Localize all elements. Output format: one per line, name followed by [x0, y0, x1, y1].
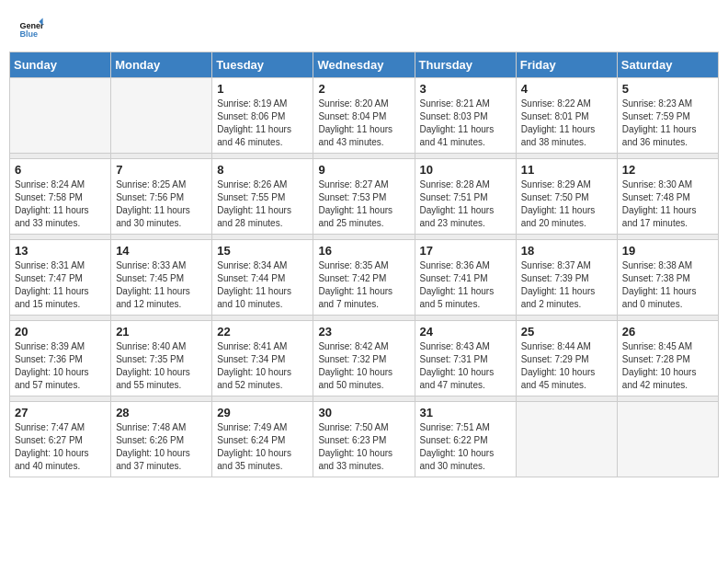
calendar-cell: [516, 402, 617, 477]
weekday-header: Saturday: [617, 52, 718, 78]
weekday-header: Wednesday: [313, 52, 415, 78]
day-number: 20: [15, 325, 106, 339]
calendar-week-row: 1Sunrise: 8:19 AMSunset: 8:06 PMDaylight…: [10, 78, 719, 154]
calendar-cell: 17Sunrise: 8:36 AMSunset: 7:41 PMDayligh…: [415, 240, 516, 316]
day-info: Sunrise: 8:38 AMSunset: 7:38 PMDaylight:…: [622, 259, 713, 311]
calendar-week-row: 6Sunrise: 8:24 AMSunset: 7:58 PMDaylight…: [10, 159, 719, 235]
day-info: Sunrise: 8:31 AMSunset: 7:47 PMDaylight:…: [15, 259, 106, 311]
calendar-cell: [111, 78, 212, 154]
day-number: 5: [622, 82, 713, 96]
day-number: 31: [420, 406, 511, 419]
calendar-cell: 27Sunrise: 7:47 AMSunset: 6:27 PMDayligh…: [10, 402, 111, 477]
day-info: Sunrise: 8:20 AMSunset: 8:04 PMDaylight:…: [318, 98, 409, 149]
calendar-cell: 10Sunrise: 8:28 AMSunset: 7:51 PMDayligh…: [415, 159, 516, 235]
calendar-cell: 18Sunrise: 8:37 AMSunset: 7:39 PMDayligh…: [516, 240, 617, 316]
day-number: 9: [318, 163, 409, 177]
calendar-cell: 6Sunrise: 8:24 AMSunset: 7:58 PMDaylight…: [10, 159, 111, 235]
day-number: 10: [420, 163, 511, 177]
day-number: 16: [318, 244, 409, 258]
calendar-cell: 21Sunrise: 8:40 AMSunset: 7:35 PMDayligh…: [111, 321, 212, 396]
day-number: 4: [521, 82, 612, 96]
weekday-header: Friday: [516, 52, 617, 78]
weekday-header: Thursday: [415, 52, 516, 78]
day-number: 19: [622, 244, 713, 258]
calendar-week-row: 20Sunrise: 8:39 AMSunset: 7:36 PMDayligh…: [10, 321, 719, 396]
calendar-cell: 14Sunrise: 8:33 AMSunset: 7:45 PMDayligh…: [111, 240, 212, 316]
calendar-week-row: 13Sunrise: 8:31 AMSunset: 7:47 PMDayligh…: [10, 240, 719, 316]
calendar-cell: 24Sunrise: 8:43 AMSunset: 7:31 PMDayligh…: [415, 321, 516, 396]
day-number: 17: [420, 244, 511, 258]
day-info: Sunrise: 8:19 AMSunset: 8:06 PMDaylight:…: [217, 98, 308, 149]
day-info: Sunrise: 8:42 AMSunset: 7:32 PMDaylight:…: [318, 340, 409, 392]
day-info: Sunrise: 7:50 AMSunset: 6:23 PMDaylight:…: [318, 421, 409, 473]
weekday-header-row: SundayMondayTuesdayWednesdayThursdayFrid…: [10, 52, 719, 78]
calendar-cell: 8Sunrise: 8:26 AMSunset: 7:55 PMDaylight…: [212, 159, 313, 235]
day-info: Sunrise: 8:41 AMSunset: 7:34 PMDaylight:…: [217, 340, 308, 392]
day-info: Sunrise: 8:34 AMSunset: 7:44 PMDaylight:…: [217, 259, 308, 311]
day-info: Sunrise: 7:49 AMSunset: 6:24 PMDaylight:…: [217, 421, 308, 473]
day-number: 25: [521, 325, 612, 339]
day-number: 28: [116, 406, 207, 419]
day-number: 13: [15, 244, 106, 258]
day-number: 18: [521, 244, 612, 258]
calendar-cell: 30Sunrise: 7:50 AMSunset: 6:23 PMDayligh…: [313, 402, 415, 477]
day-number: 1: [217, 82, 308, 96]
calendar-cell: 13Sunrise: 8:31 AMSunset: 7:47 PMDayligh…: [10, 240, 111, 316]
calendar-cell: 25Sunrise: 8:44 AMSunset: 7:29 PMDayligh…: [516, 321, 617, 396]
logo: General Blue: [18, 17, 48, 42]
day-info: Sunrise: 8:21 AMSunset: 8:03 PMDaylight:…: [420, 98, 511, 149]
day-info: Sunrise: 8:36 AMSunset: 7:41 PMDaylight:…: [420, 259, 511, 311]
day-number: 11: [521, 163, 612, 177]
calendar-cell: 12Sunrise: 8:30 AMSunset: 7:48 PMDayligh…: [617, 159, 718, 235]
calendar-table: SundayMondayTuesdayWednesdayThursdayFrid…: [9, 52, 719, 477]
calendar-cell: 23Sunrise: 8:42 AMSunset: 7:32 PMDayligh…: [313, 321, 415, 396]
calendar-cell: 15Sunrise: 8:34 AMSunset: 7:44 PMDayligh…: [212, 240, 313, 316]
calendar-cell: 29Sunrise: 7:49 AMSunset: 6:24 PMDayligh…: [212, 402, 313, 477]
day-number: 23: [318, 325, 409, 339]
day-number: 8: [217, 163, 308, 177]
day-info: Sunrise: 8:28 AMSunset: 7:51 PMDaylight:…: [420, 178, 511, 230]
day-info: Sunrise: 8:24 AMSunset: 7:58 PMDaylight:…: [15, 178, 106, 230]
day-number: 15: [217, 244, 308, 258]
day-number: 21: [116, 325, 207, 339]
calendar-cell: 4Sunrise: 8:22 AMSunset: 8:01 PMDaylight…: [516, 78, 617, 154]
day-info: Sunrise: 8:22 AMSunset: 8:01 PMDaylight:…: [521, 98, 612, 149]
day-info: Sunrise: 7:51 AMSunset: 6:22 PMDaylight:…: [420, 421, 511, 473]
weekday-header: Sunday: [10, 52, 111, 78]
calendar-cell: 20Sunrise: 8:39 AMSunset: 7:36 PMDayligh…: [10, 321, 111, 396]
calendar-cell: 1Sunrise: 8:19 AMSunset: 8:06 PMDaylight…: [212, 78, 313, 154]
day-info: Sunrise: 7:48 AMSunset: 6:26 PMDaylight:…: [116, 421, 207, 473]
calendar-cell: 28Sunrise: 7:48 AMSunset: 6:26 PMDayligh…: [111, 402, 212, 477]
calendar-cell: 31Sunrise: 7:51 AMSunset: 6:22 PMDayligh…: [415, 402, 516, 477]
svg-text:Blue: Blue: [19, 29, 38, 39]
day-number: 27: [15, 406, 106, 419]
page-header: General Blue: [9, 9, 719, 46]
calendar-cell: 22Sunrise: 8:41 AMSunset: 7:34 PMDayligh…: [212, 321, 313, 396]
day-info: Sunrise: 8:35 AMSunset: 7:42 PMDaylight:…: [318, 259, 409, 311]
day-info: Sunrise: 8:39 AMSunset: 7:36 PMDaylight:…: [15, 340, 106, 392]
day-info: Sunrise: 8:23 AMSunset: 7:59 PMDaylight:…: [622, 98, 713, 149]
day-info: Sunrise: 8:26 AMSunset: 7:55 PMDaylight:…: [217, 178, 308, 230]
day-info: Sunrise: 8:27 AMSunset: 7:53 PMDaylight:…: [318, 178, 409, 230]
calendar-cell: 26Sunrise: 8:45 AMSunset: 7:28 PMDayligh…: [617, 321, 718, 396]
day-info: Sunrise: 8:30 AMSunset: 7:48 PMDaylight:…: [622, 178, 713, 230]
day-number: 2: [318, 82, 409, 96]
day-info: Sunrise: 8:29 AMSunset: 7:50 PMDaylight:…: [521, 178, 612, 230]
day-number: 29: [217, 406, 308, 419]
calendar-cell: [10, 78, 111, 154]
calendar-cell: 3Sunrise: 8:21 AMSunset: 8:03 PMDaylight…: [415, 78, 516, 154]
day-info: Sunrise: 8:37 AMSunset: 7:39 PMDaylight:…: [521, 259, 612, 311]
day-info: Sunrise: 8:45 AMSunset: 7:28 PMDaylight:…: [622, 340, 713, 392]
day-number: 6: [15, 163, 106, 177]
calendar-week-row: 27Sunrise: 7:47 AMSunset: 6:27 PMDayligh…: [10, 402, 719, 477]
day-info: Sunrise: 8:40 AMSunset: 7:35 PMDaylight:…: [116, 340, 207, 392]
calendar-cell: [617, 402, 718, 477]
day-number: 26: [622, 325, 713, 339]
calendar-cell: 19Sunrise: 8:38 AMSunset: 7:38 PMDayligh…: [617, 240, 718, 316]
day-info: Sunrise: 8:33 AMSunset: 7:45 PMDaylight:…: [116, 259, 207, 311]
logo-icon: General Blue: [18, 17, 44, 42]
calendar-cell: 7Sunrise: 8:25 AMSunset: 7:56 PMDaylight…: [111, 159, 212, 235]
calendar-cell: 9Sunrise: 8:27 AMSunset: 7:53 PMDaylight…: [313, 159, 415, 235]
day-info: Sunrise: 8:25 AMSunset: 7:56 PMDaylight:…: [116, 178, 207, 230]
day-number: 7: [116, 163, 207, 177]
